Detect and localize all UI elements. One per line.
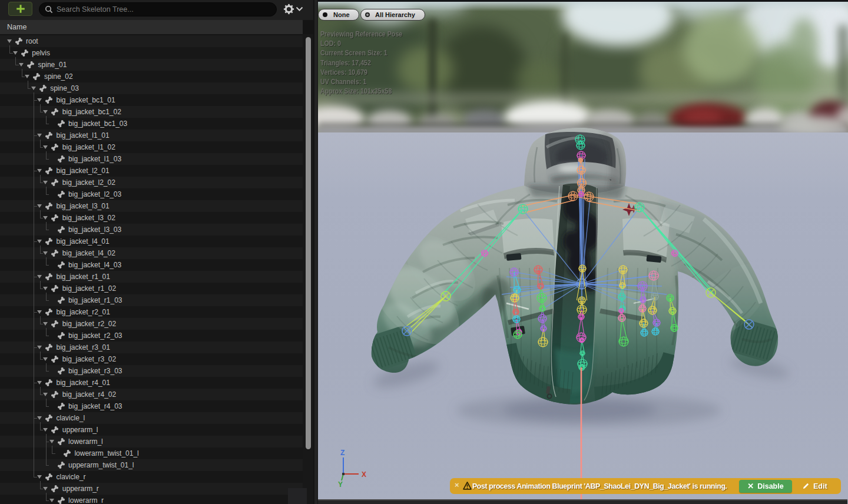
- svg-text:Z: Z: [340, 449, 344, 457]
- svg-text:X: X: [362, 470, 366, 479]
- svg-text:Y: Y: [338, 480, 343, 489]
